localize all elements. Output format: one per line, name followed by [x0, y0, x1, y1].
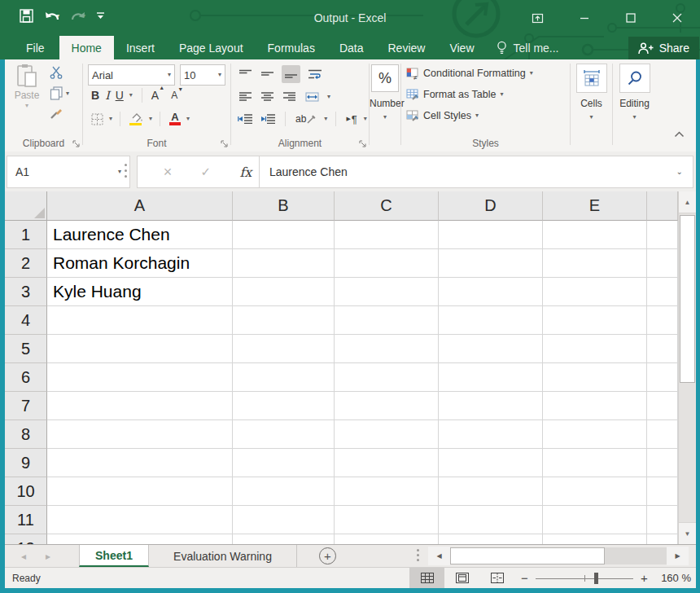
increase-font-button[interactable]: A▲: [151, 89, 159, 102]
vertical-scrollbar-thumb[interactable]: [680, 215, 695, 383]
cell-partial9[interactable]: [647, 449, 678, 477]
horizontal-scrollbar-thumb[interactable]: [450, 547, 605, 564]
text-direction-caret-icon[interactable]: ▾: [364, 116, 367, 122]
insert-function-icon[interactable]: fx: [239, 165, 252, 180]
cell-B2[interactable]: [233, 249, 335, 278]
font-dialog-launcher-icon[interactable]: [221, 140, 228, 147]
alignment-dialog-launcher-icon[interactable]: [359, 140, 366, 147]
align-center-button[interactable]: [260, 88, 275, 106]
cell-A10[interactable]: [47, 477, 233, 506]
conditional-formatting-button[interactable]: ≠ Conditional Formatting ▾: [406, 64, 533, 82]
paste-dropdown-caret-icon[interactable]: ▾: [11, 103, 42, 109]
add-sheet-button[interactable]: +: [319, 547, 336, 564]
cell-partial8[interactable]: [647, 420, 678, 449]
cell-partial12[interactable]: [647, 534, 678, 544]
cell-partial6[interactable]: [647, 363, 678, 392]
orientation-button[interactable]: ab: [294, 110, 319, 128]
column-header-D[interactable]: D: [439, 191, 543, 221]
text-direction-button[interactable]: ▶ ¶: [344, 110, 358, 128]
cell-C12[interactable]: [335, 534, 439, 544]
undo-dropdown-caret-icon[interactable]: ▾: [56, 12, 59, 20]
cell-D11[interactable]: [439, 506, 543, 534]
cell-B8[interactable]: [233, 420, 335, 449]
cell-D10[interactable]: [439, 477, 543, 506]
row-header-10[interactable]: 10: [5, 477, 47, 506]
cell-D3[interactable]: [439, 278, 543, 306]
cell-A11[interactable]: [47, 506, 233, 534]
cell-D6[interactable]: [439, 363, 543, 392]
underline-caret-icon[interactable]: ▾: [129, 92, 133, 99]
column-header-C[interactable]: C: [335, 191, 439, 221]
column-header-B[interactable]: B: [233, 191, 335, 221]
row-header-3[interactable]: 3: [5, 278, 47, 306]
fill-color-caret-icon[interactable]: ▾: [149, 116, 152, 122]
bold-button[interactable]: B: [91, 89, 99, 102]
cell-styles-button[interactable]: Cell Styles ▾: [406, 107, 479, 125]
page-layout-view-icon[interactable]: [444, 568, 479, 588]
sheet-nav-left-icon[interactable]: ◂: [21, 551, 26, 562]
clipboard-dialog-launcher-icon[interactable]: [72, 140, 80, 147]
column-header-E[interactable]: E: [543, 191, 647, 221]
zoom-slider[interactable]: [536, 573, 633, 584]
align-right-button[interactable]: [282, 88, 297, 106]
tab-page-layout[interactable]: Page Layout: [167, 36, 256, 59]
cell-B3[interactable]: [233, 278, 335, 306]
zoom-out-button[interactable]: −: [518, 571, 531, 585]
save-icon[interactable]: [20, 9, 33, 23]
align-bottom-button[interactable]: [282, 65, 300, 83]
italic-button[interactable]: I: [105, 89, 110, 102]
format-painter-button[interactable]: [50, 107, 63, 120]
cell-E4[interactable]: [543, 306, 647, 335]
borders-caret-icon[interactable]: ▾: [109, 116, 112, 122]
cell-E8[interactable]: [543, 420, 647, 449]
cell-E3[interactable]: [543, 278, 647, 306]
cut-button[interactable]: [50, 66, 63, 79]
cell-B6[interactable]: [233, 363, 335, 392]
horizontal-scrollbar-track[interactable]: [605, 547, 667, 564]
cell-A6[interactable]: [47, 363, 233, 392]
align-middle-button[interactable]: [260, 65, 275, 83]
row-header-2[interactable]: 2: [5, 249, 47, 278]
zoom-slider-thumb[interactable]: [594, 573, 598, 584]
cell-C7[interactable]: [335, 392, 439, 420]
scroll-right-icon[interactable]: ▶: [667, 547, 689, 565]
tab-formulas[interactable]: Formulas: [256, 36, 327, 59]
cells-button[interactable]: Cells ▾: [571, 64, 612, 121]
cell-C8[interactable]: [335, 420, 439, 449]
cell-C4[interactable]: [335, 306, 439, 335]
merge-center-button[interactable]: [304, 88, 321, 106]
editing-button[interactable]: Editing ▾: [613, 64, 656, 121]
cell-partial11[interactable]: [647, 506, 678, 534]
cell-partial7[interactable]: [647, 392, 678, 420]
cell-partial4[interactable]: [647, 306, 678, 335]
cell-C5[interactable]: [335, 335, 439, 363]
cell-A8[interactable]: [47, 420, 233, 449]
ribbon-display-options-icon[interactable]: [514, 0, 561, 36]
row-header-4[interactable]: 4: [5, 306, 47, 335]
cell-B10[interactable]: [233, 477, 335, 506]
close-icon[interactable]: [654, 0, 700, 36]
number-format-button[interactable]: % Number ▾: [370, 64, 400, 121]
tab-home[interactable]: Home: [59, 36, 114, 59]
row-header-1[interactable]: 1: [5, 221, 47, 249]
increase-indent-button[interactable]: [259, 110, 277, 128]
expand-formula-bar-icon[interactable]: ⌄: [676, 168, 683, 176]
row-header-9[interactable]: 9: [5, 449, 47, 477]
cell-B7[interactable]: [233, 392, 335, 420]
column-header-partial[interactable]: [647, 191, 678, 221]
normal-view-icon[interactable]: [409, 568, 444, 588]
name-box[interactable]: A1 ▾: [7, 156, 130, 188]
cell-C1[interactable]: [335, 221, 439, 249]
select-all-button[interactable]: [5, 191, 47, 221]
cell-B12[interactable]: [233, 534, 335, 544]
zoom-level[interactable]: 160 %: [655, 572, 691, 584]
cell-C10[interactable]: [335, 477, 439, 506]
cell-E11[interactable]: [543, 506, 647, 534]
decrease-indent-button[interactable]: [236, 110, 254, 128]
cell-B1[interactable]: [233, 221, 335, 249]
copy-dropdown-caret-icon[interactable]: ▾: [66, 90, 69, 97]
cell-A2[interactable]: Roman Korchagin: [47, 249, 233, 278]
font-name-select[interactable]: Arial ▾: [88, 64, 175, 86]
formula-input[interactable]: Laurence Chen ⌄: [259, 156, 693, 188]
tab-scroll-divider[interactable]: [417, 549, 419, 564]
